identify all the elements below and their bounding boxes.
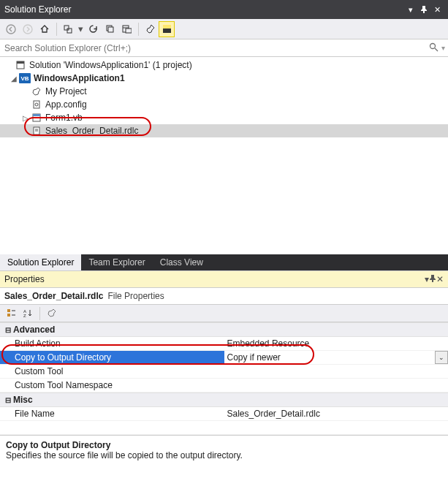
svg-rect-23: [7, 314, 10, 316]
prop-label: File Name: [0, 407, 224, 420]
config-icon: [31, 99, 42, 110]
form1-label: Form1.vb: [45, 113, 83, 123]
forward-icon[interactable]: [20, 21, 36, 37]
scope-icon[interactable]: [60, 21, 76, 37]
svg-line-12: [435, 48, 438, 51]
prop-label: Custom Tool: [0, 365, 224, 378]
prop-custom-tool-ns[interactable]: Custom Tool Namespace: [0, 379, 448, 393]
search-input[interactable]: [3, 42, 429, 54]
pin-icon[interactable]: [417, 3, 430, 16]
appconfig-label: App.config: [45, 99, 87, 110]
collapse-icon[interactable]: ⊟: [3, 396, 13, 404]
vb-project-icon: VB: [19, 73, 31, 83]
form1-node[interactable]: ▷ Form1.vb: [0, 111, 448, 124]
search-row: ▾: [0, 39, 448, 57]
collapse-icon[interactable]: ◢: [9, 75, 19, 83]
prop-label: Build Action: [0, 337, 224, 350]
collapse-icon[interactable]: ⊟: [3, 326, 13, 334]
prop-value[interactable]: [224, 379, 449, 392]
search-icon[interactable]: [429, 42, 438, 54]
categorized-icon[interactable]: [3, 306, 19, 322]
prop-value[interactable]: Copy if newer ⌄: [224, 351, 449, 364]
description-text: Specifies the source file will be copied…: [6, 450, 442, 460]
separator: [56, 23, 57, 36]
description-title: Copy to Output Directory: [6, 440, 442, 450]
prop-label: Custom Tool Namespace: [0, 379, 224, 392]
tab-solution-explorer[interactable]: Solution Explorer: [0, 254, 81, 270]
prop-empty-row: [0, 421, 448, 435]
property-description: Copy to Output Directory Specifies the s…: [0, 435, 448, 486]
chevron-down-icon[interactable]: ⌄: [435, 351, 448, 364]
wrench-icon: [31, 86, 42, 97]
prop-file-name[interactable]: File Name Sales_Order_Detail.rdlc: [0, 407, 448, 421]
svg-point-0: [7, 25, 15, 34]
svg-point-11: [430, 43, 436, 48]
separator: [138, 23, 139, 36]
object-name: Sales_Order_Detail.rdlc: [4, 291, 103, 301]
dropdown-icon[interactable]: ▾: [404, 3, 417, 16]
panel-tabs: Solution Explorer Team Explorer Class Vi…: [0, 254, 448, 270]
svg-rect-14: [17, 61, 24, 64]
report-icon: [31, 125, 42, 137]
close-icon[interactable]: ✕: [436, 274, 444, 284]
myproject-label: My Project: [45, 86, 87, 96]
svg-rect-3: [67, 29, 72, 33]
prop-value[interactable]: [224, 365, 449, 378]
properties-icon[interactable]: [142, 21, 158, 37]
property-grid: ⊟ Advanced Build Action Embedded Resourc…: [0, 322, 448, 435]
svg-text:Z: Z: [23, 314, 26, 318]
properties-title: Properties: [4, 274, 425, 284]
svg-rect-10: [163, 25, 171, 29]
svg-rect-5: [108, 27, 113, 32]
alphabetical-icon[interactable]: AZ: [20, 306, 36, 322]
properties-object-row[interactable]: Sales_Order_Detail.rdlc File Properties: [0, 288, 448, 305]
properties-toolbar: AZ: [0, 305, 448, 322]
svg-rect-22: [7, 309, 10, 312]
collapse-all-icon[interactable]: [102, 21, 118, 37]
project-label: WindowsApplication1: [34, 73, 125, 83]
show-all-icon[interactable]: [118, 21, 134, 37]
svg-rect-15: [34, 101, 39, 108]
prop-label: Copy to Output Directory: [0, 351, 224, 364]
prop-copy-to-output[interactable]: Copy to Output Directory Copy if newer ⌄: [0, 351, 448, 365]
svg-point-1: [23, 25, 32, 34]
separator: [39, 307, 40, 320]
object-type: File Properties: [107, 291, 164, 301]
prop-value[interactable]: Sales_Order_Detail.rdlc: [224, 407, 449, 420]
svg-rect-2: [64, 26, 69, 30]
tab-class-view[interactable]: Class View: [153, 254, 210, 270]
search-dropdown-icon[interactable]: ▾: [438, 44, 445, 52]
myproject-node[interactable]: My Project: [0, 85, 448, 98]
prop-value[interactable]: Embedded Resource: [224, 337, 449, 350]
solution-explorer-header: Solution Explorer ▾ ✕: [0, 0, 448, 19]
report-node[interactable]: Sales_Order_Detail.rdlc: [0, 124, 448, 137]
category-advanced[interactable]: ⊟ Advanced: [0, 322, 448, 337]
prop-build-action[interactable]: Build Action Embedded Resource: [0, 337, 448, 351]
solution-icon: [15, 59, 26, 71]
solution-tree: Solution 'WindowsApplication1' (1 projec…: [0, 57, 448, 254]
solution-node[interactable]: Solution 'WindowsApplication1' (1 projec…: [0, 58, 448, 72]
appconfig-node[interactable]: App.config: [0, 98, 448, 111]
tab-team-explorer[interactable]: Team Explorer: [81, 254, 152, 270]
solution-label: Solution 'WindowsApplication1' (1 projec…: [29, 60, 192, 70]
project-node[interactable]: ◢ VB WindowsApplication1: [0, 72, 448, 85]
svg-rect-8: [126, 29, 132, 33]
prop-value-text: Copy if newer: [227, 352, 281, 363]
svg-rect-18: [33, 114, 40, 116]
prop-custom-tool[interactable]: Custom Tool: [0, 365, 448, 379]
report-label: Sales_Order_Detail.rdlc: [45, 126, 138, 136]
close-icon[interactable]: ✕: [430, 3, 444, 16]
wrench-icon[interactable]: [43, 306, 59, 322]
dropdown-small-icon[interactable]: ▾: [77, 21, 84, 37]
properties-header: Properties ▾ ✕: [0, 270, 448, 288]
category-misc[interactable]: ⊟ Misc: [0, 393, 448, 407]
refresh-icon[interactable]: [85, 21, 101, 37]
home-icon[interactable]: [37, 21, 53, 37]
solution-explorer-toolbar: ▾: [0, 19, 448, 39]
category-advanced-label: Advanced: [13, 325, 55, 335]
preview-icon[interactable]: [159, 21, 175, 37]
back-icon[interactable]: [3, 21, 19, 37]
expand-icon[interactable]: ▷: [20, 114, 31, 122]
form-icon: [31, 112, 42, 124]
pin-icon[interactable]: [429, 274, 436, 284]
